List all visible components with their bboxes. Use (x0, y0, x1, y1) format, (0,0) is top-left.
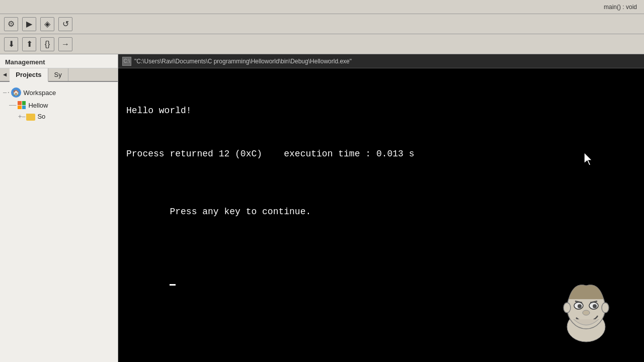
top-bar: main() : void (0, 0, 644, 14)
tree-item-workspace[interactable]: —· 🏠 Workspace (0, 86, 118, 99)
meme-character (553, 277, 619, 347)
project-tree: —· 🏠 Workspace —— Hellow +— So (0, 82, 118, 362)
sidebar: Management ◀ Projects Sy —· 🏠 Workspace … (0, 54, 118, 362)
output-line-2: Process returned 12 (0xC) execution time… (126, 147, 636, 161)
svg-point-5 (578, 304, 582, 308)
upload-button[interactable]: ⬆ (22, 37, 36, 51)
tree-item-sources[interactable]: +— So (0, 111, 118, 122)
connector-helloworld: —— (9, 102, 16, 109)
svg-point-6 (593, 304, 597, 308)
main-area: Management ◀ Projects Sy —· 🏠 Workspace … (0, 54, 644, 362)
sidebar-tabs: ◀ Projects Sy (0, 68, 118, 82)
svg-point-9 (583, 310, 590, 315)
download-button[interactable]: ⬇ (4, 37, 18, 51)
toolbar1: ⚙ ▶ ◈ ↺ (0, 14, 644, 34)
folder-icon (26, 114, 35, 121)
next-button[interactable]: → (58, 37, 72, 51)
output-line-3: Press any key to continue. (126, 190, 636, 233)
cursor-blink (170, 284, 176, 286)
console-icon: C:\ (122, 57, 131, 66)
tree-item-helloworld[interactable]: —— Hellow (0, 99, 118, 111)
svg-point-10 (564, 303, 571, 313)
tab-projects[interactable]: Projects (10, 68, 48, 82)
management-label: Management (0, 54, 118, 68)
connector-workspace: —· (3, 89, 10, 96)
sidebar-prev-arrow[interactable]: ◀ (0, 68, 10, 81)
home-icon: 🏠 (11, 87, 21, 98)
workspace-label: Workspace (23, 89, 56, 97)
run-button[interactable]: ▶ (22, 17, 36, 31)
svg-point-11 (602, 303, 609, 313)
sources-label: So (37, 113, 45, 120)
project-icon (17, 101, 26, 110)
refresh-button[interactable]: ↺ (58, 17, 72, 31)
console-path: "C:\Users\Ravi\Documents\C programming\H… (134, 58, 352, 65)
console-area[interactable]: C:\ "C:\Users\Ravi\Documents\C programmi… (118, 54, 644, 362)
build-button[interactable]: ◈ (40, 17, 54, 31)
connector-sources: +— (18, 113, 25, 120)
toolbar2: ⬇ ⬆ {} → (0, 34, 644, 54)
helloworld-label: Hellow (28, 102, 48, 109)
code-button[interactable]: {} (40, 37, 54, 51)
console-titlebar: C:\ "C:\Users\Ravi\Documents\C programmi… (118, 54, 644, 68)
top-bar-title: main() : void (604, 4, 637, 11)
tab-symbols[interactable]: Sy (48, 68, 68, 81)
settings-button[interactable]: ⚙ (4, 17, 18, 31)
output-line-1: Hello world! (126, 104, 636, 118)
